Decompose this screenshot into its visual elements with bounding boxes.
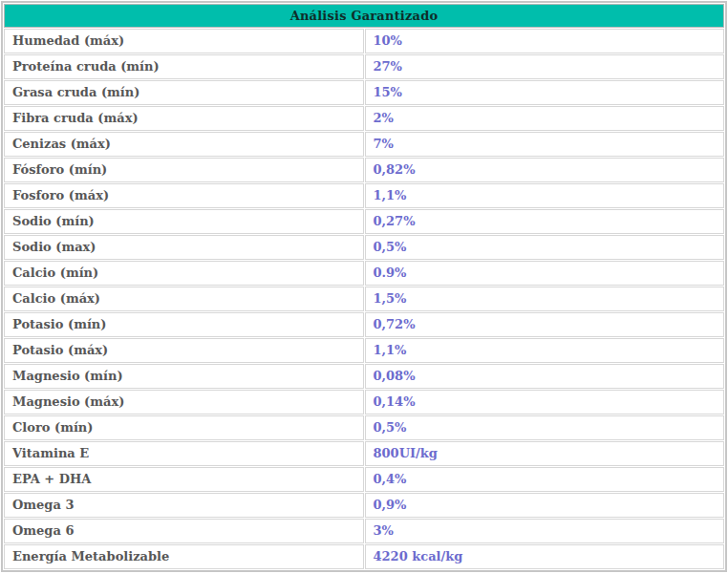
table-row: Calcio (mín) 0.9% xyxy=(4,261,724,286)
table-row: Proteína cruda (mín) 27% xyxy=(4,54,724,79)
row-value: 0,5% xyxy=(365,235,725,260)
row-label: Cloro (mín) xyxy=(4,415,364,440)
guaranteed-analysis-page: Análisis Garantizado Humedad (máx) 10% P… xyxy=(0,0,728,574)
row-label: Magnesio (mín) xyxy=(4,364,364,389)
row-label: Calcio (mín) xyxy=(4,261,364,286)
row-value: 0,5% xyxy=(365,415,725,440)
row-label: Humedad (máx) xyxy=(4,29,364,53)
row-label: Proteína cruda (mín) xyxy=(4,54,364,79)
table-row: Sodio (max) 0,5% xyxy=(4,235,724,260)
row-label: Sodio (max) xyxy=(4,235,364,260)
table-row: Calcio (máx) 1,5% xyxy=(4,287,724,311)
row-value: 0,27% xyxy=(365,209,725,234)
row-label: Omega 6 xyxy=(4,519,364,543)
table-row: Omega 3 0,9% xyxy=(4,493,724,518)
table-row: Cloro (mín) 0,5% xyxy=(4,415,724,440)
row-value: 0,08% xyxy=(365,364,725,389)
row-value: 7% xyxy=(365,132,725,157)
table-row: Magnesio (mín) 0,08% xyxy=(4,364,724,389)
row-label: Magnesio (máx) xyxy=(4,390,364,415)
table-row: Energía Metabolizable 4220 kcal/kg xyxy=(4,544,724,569)
row-value: 0,9% xyxy=(365,493,725,518)
row-label: Fibra cruda (máx) xyxy=(4,106,364,131)
row-label: Vitamina E xyxy=(4,441,364,466)
table-row: Omega 6 3% xyxy=(4,519,724,543)
table-row: Humedad (máx) 10% xyxy=(4,29,724,53)
row-value: 2% xyxy=(365,106,725,131)
row-value: 0,82% xyxy=(365,158,725,182)
row-value: 0,4% xyxy=(365,467,725,492)
row-value: 4220 kcal/kg xyxy=(365,544,725,569)
table-row: Potasio (mín) 0,72% xyxy=(4,312,724,337)
table-title-row: Análisis Garantizado xyxy=(4,4,724,28)
row-value: 800UI/kg xyxy=(365,441,725,466)
row-label: Fosforo (máx) xyxy=(4,183,364,208)
row-value: 0,14% xyxy=(365,390,725,415)
table-row: Vitamina E 800UI/kg xyxy=(4,441,724,466)
table-row: EPA + DHA 0,4% xyxy=(4,467,724,492)
row-value: 1,1% xyxy=(365,183,725,208)
row-value: 10% xyxy=(365,29,725,53)
row-value: 1,5% xyxy=(365,287,725,311)
row-value: 0.9% xyxy=(365,261,725,286)
table-row: Fibra cruda (máx) 2% xyxy=(4,106,724,131)
row-label: Cenizas (máx) xyxy=(4,132,364,157)
table-row: Potasio (máx) 1,1% xyxy=(4,338,724,363)
table-row: Magnesio (máx) 0,14% xyxy=(4,390,724,415)
row-label: Energía Metabolizable xyxy=(4,544,364,569)
row-value: 27% xyxy=(365,54,725,79)
table-title: Análisis Garantizado xyxy=(4,4,724,28)
row-value: 0,72% xyxy=(365,312,725,337)
row-label: Omega 3 xyxy=(4,493,364,518)
table-row: Sodio (mín) 0,27% xyxy=(4,209,724,234)
row-label: Fósforo (mín) xyxy=(4,158,364,182)
row-value: 1,1% xyxy=(365,338,725,363)
table-row: Grasa cruda (mín) 15% xyxy=(4,80,724,105)
row-value: 3% xyxy=(365,519,725,543)
row-label: Grasa cruda (mín) xyxy=(4,80,364,105)
table-row: Fosforo (máx) 1,1% xyxy=(4,183,724,208)
row-label: Sodio (mín) xyxy=(4,209,364,234)
guaranteed-analysis-table: Análisis Garantizado Humedad (máx) 10% P… xyxy=(1,1,727,572)
row-label: Calcio (máx) xyxy=(4,287,364,311)
row-value: 15% xyxy=(365,80,725,105)
table-row: Fósforo (mín) 0,82% xyxy=(4,158,724,182)
table-row: Cenizas (máx) 7% xyxy=(4,132,724,157)
row-label: Potasio (máx) xyxy=(4,338,364,363)
row-label: EPA + DHA xyxy=(4,467,364,492)
row-label: Potasio (mín) xyxy=(4,312,364,337)
